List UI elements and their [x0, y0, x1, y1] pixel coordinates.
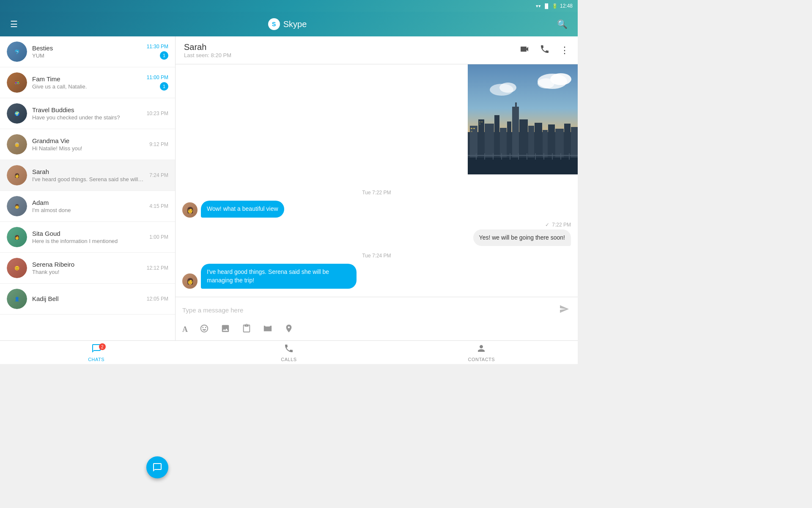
calls-label: CALLS — [281, 357, 296, 362]
avatar: 🐬 — [7, 41, 27, 62]
chats-label: CHATS — [88, 357, 104, 362]
chat-meta: 1:00 PM — [149, 234, 168, 240]
chat-preview: Hi Natalie! Miss you! — [32, 145, 149, 152]
city-photo — [468, 64, 578, 174]
chat-header-actions: ⋮ — [519, 44, 569, 56]
app-name: Skype — [283, 19, 307, 29]
avatar: 👩 — [7, 165, 27, 185]
chat-meta: 7:24 PM — [149, 172, 168, 178]
main-content: 🐬 Besties YUM 11:30 PM 1 👫 Fam Time Give… — [0, 36, 578, 340]
calls-icon — [284, 343, 294, 356]
status-time: 12:48 — [560, 3, 573, 9]
svg-rect-14 — [515, 102, 517, 111]
avatar: 👩 — [182, 273, 198, 289]
chat-item[interactable]: 👵 Grandma Vie Hi Natalie! Miss you! 9:12… — [0, 129, 175, 160]
chat-preview: Thank you! — [32, 269, 147, 275]
message-timestamp: Tue 7:24 PM — [182, 253, 571, 259]
message-row: Yes! we will be going there soon! — [182, 229, 571, 246]
chat-time: 12:12 PM — [147, 265, 168, 271]
chat-meta: 10:23 PM — [147, 110, 168, 116]
menu-icon[interactable]: ☰ — [7, 16, 21, 33]
avatar: 👩 — [182, 202, 198, 218]
location-icon[interactable] — [284, 324, 294, 335]
signal-icon: ▐▌ — [543, 3, 550, 8]
message-row: 👩 I've heard good things. Serena said sh… — [182, 264, 571, 289]
message-bubble: I've heard good things. Serena said she … — [201, 264, 357, 289]
chat-item[interactable]: 🌍 Travel Buddies Have you checked under … — [0, 98, 175, 129]
svg-rect-23 — [471, 128, 472, 129]
video-call-icon[interactable] — [519, 44, 529, 56]
chat-list: 🐬 Besties YUM 11:30 PM 1 👫 Fam Time Give… — [0, 36, 176, 340]
chat-time: 4:15 PM — [149, 203, 168, 209]
chat-name: Adam — [32, 199, 149, 206]
status-icons: ▾▾ ▐▌ 🔋 12:48 — [536, 3, 573, 9]
chat-time: 1:00 PM — [149, 234, 168, 240]
camera-icon[interactable] — [263, 324, 272, 335]
call-icon[interactable] — [540, 44, 550, 56]
chat-header: Sarah Last seen: 8:20 PM ⋮ — [176, 36, 578, 64]
message-input-area: A — [176, 297, 578, 340]
contacts-icon — [476, 343, 486, 356]
chat-info: Sarah I've heard good things. Serena sai… — [32, 168, 149, 182]
message-input[interactable] — [182, 306, 557, 314]
contact-status: Last seen: 8:20 PM — [184, 52, 231, 58]
chat-item[interactable]: 👫 Fam Time Give us a call, Natalie. 11:0… — [0, 67, 175, 98]
chat-preview: Give us a call, Natalie. — [32, 83, 147, 90]
svg-rect-25 — [471, 131, 472, 132]
input-row — [182, 302, 571, 318]
chat-info: Adam I'm almost done — [32, 199, 149, 213]
more-options-icon[interactable]: ⋮ — [560, 45, 569, 56]
chat-meta: 12:05 PM — [147, 296, 168, 302]
avatar: 👩 — [7, 227, 27, 247]
battery-icon: 🔋 — [552, 3, 558, 9]
avatar: 👫 — [7, 72, 27, 93]
chat-info: Kadij Bell — [32, 295, 147, 303]
chat-name: Sita Goud — [32, 230, 149, 237]
avatar: 👨 — [7, 196, 27, 216]
nav-contacts[interactable]: CONTACTS — [385, 341, 578, 364]
chat-name: Fam Time — [32, 75, 147, 83]
chat-time: 11:30 PM — [147, 44, 168, 50]
wifi-icon: ▾▾ — [536, 3, 541, 9]
chat-item[interactable]: 👩 Sarah I've heard good things. Serena s… — [0, 160, 175, 191]
chat-name: Besties — [32, 44, 147, 52]
search-icon[interactable]: 🔍 — [554, 16, 571, 33]
text-format-icon[interactable]: A — [182, 325, 188, 334]
svg-rect-29 — [468, 157, 578, 174]
skype-logo: S — [268, 18, 280, 30]
app-title: S Skype — [268, 18, 307, 30]
chat-preview: Have you checked under the stairs? — [32, 114, 147, 121]
image-icon[interactable] — [221, 324, 230, 335]
read-check: ✓ — [545, 222, 549, 228]
chat-item[interactable]: 😊 Serena Ribeiro Thank you! 12:12 PM — [0, 253, 175, 284]
message-bubble: Yes! we will be going there soon! — [473, 229, 571, 246]
avatar: 👤 — [7, 289, 27, 309]
chat-item[interactable]: 🐬 Besties YUM 11:30 PM 1 — [0, 36, 175, 67]
sent-meta: ✓ 7:22 PM — [182, 222, 571, 228]
chat-name: Serena Ribeiro — [32, 261, 147, 268]
chat-item[interactable]: 👩 Sita Goud Here is the information I me… — [0, 222, 175, 253]
chat-header-info: Sarah Last seen: 8:20 PM — [184, 42, 231, 58]
chat-item[interactable]: 👨 Adam I'm almost done 4:15 PM — [0, 191, 175, 222]
message-row: 👩 Wow! what a beautiful view — [182, 201, 571, 218]
avatar: 👵 — [7, 134, 27, 155]
chat-info: Sita Goud Here is the information I ment… — [32, 230, 149, 244]
clipboard-icon[interactable] — [242, 324, 251, 335]
svg-point-3 — [538, 78, 554, 88]
chat-time: 12:05 PM — [147, 296, 168, 302]
nav-chats[interactable]: 2 CHATS — [0, 341, 192, 364]
chats-badge: 2 — [99, 343, 106, 350]
chat-info: Grandma Vie Hi Natalie! Miss you! — [32, 137, 149, 152]
emoji-icon[interactable] — [200, 324, 209, 335]
chat-name: Travel Buddies — [32, 106, 147, 113]
status-bar: ▾▾ ▐▌ 🔋 12:48 — [0, 0, 578, 12]
chat-time: 11:00 PM — [147, 75, 168, 80]
chat-window: Sarah Last seen: 8:20 PM ⋮ — [176, 36, 578, 340]
chat-item[interactable]: 👤 Kadij Bell 12:05 PM — [0, 284, 175, 315]
contacts-label: CONTACTS — [468, 357, 495, 362]
send-button[interactable] — [557, 302, 571, 318]
nav-calls[interactable]: CALLS — [192, 341, 385, 364]
message-bubble: Wow! what a beautiful view — [201, 201, 284, 218]
app-header: ☰ S Skype 🔍 — [0, 12, 578, 36]
message-group: Tue 7:24 PM 👩 I've heard good things. Se… — [182, 253, 571, 289]
